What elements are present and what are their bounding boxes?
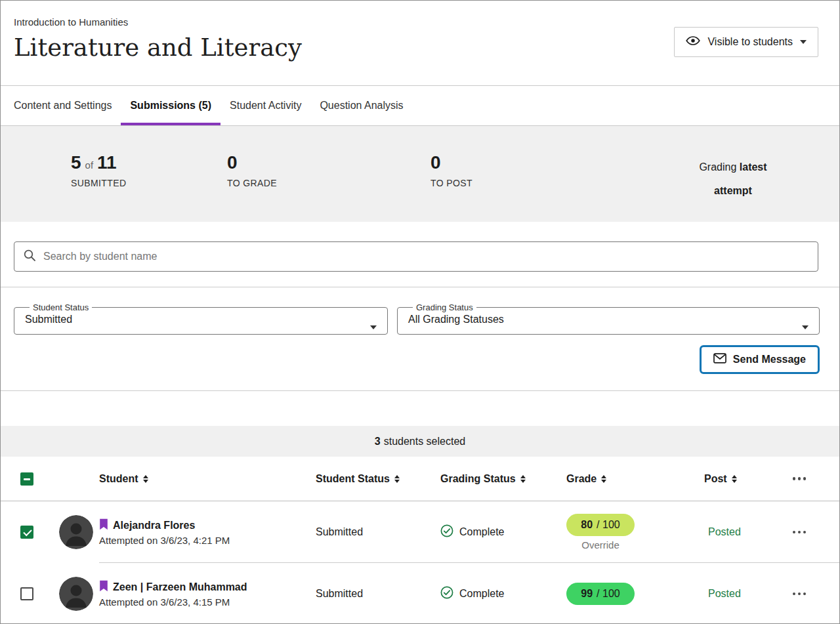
to-grade-value: 0 [227,154,238,172]
search-input[interactable] [42,250,809,263]
avatar [59,577,93,611]
sort-icon [520,475,526,483]
grade-pill[interactable]: 80 / 100 [566,514,635,536]
grade-max: / 100 [597,588,620,600]
tab-question-analysis[interactable]: Question Analysis [310,86,412,125]
post-status[interactable]: Posted [691,588,770,600]
stats-strip: 5 of 11 SUBMITTED 0 TO GRADE 0 TO POST G… [1,126,839,222]
grade-max: / 100 [597,519,620,531]
post-status[interactable]: Posted [691,526,770,538]
student-name[interactable]: Zeen | Farzeen Muhammad [99,580,316,594]
tab-submissions[interactable]: Submissions (5) [121,86,220,125]
assessment-grading-page: Introduction to Humanities Literature an… [0,0,840,624]
sort-icon [732,475,737,483]
send-message-row: Send Message [14,345,820,374]
grading-status-label: Complete [459,526,504,538]
to-post-label: TO POST [430,178,634,188]
sort-icon [601,475,606,483]
stat-submitted: 5 of 11 SUBMITTED [71,154,227,188]
tab-student-activity[interactable]: Student Activity [220,86,310,125]
student-name-label: Zeen | Farzeen Muhammad [113,581,247,593]
student-status-cell: Submitted [316,526,440,538]
student-cell: Zeen | Farzeen Muhammad Attempted on 3/6… [99,580,316,608]
row-overflow-menu[interactable] [789,527,810,538]
accommodation-flag-icon [99,518,108,533]
tab-content-and-settings[interactable]: Content and Settings [14,86,121,125]
grading-status-cell: Complete [440,586,566,602]
submitted-value: 5 [71,154,81,172]
grading-status-label: Grading Status [413,303,476,312]
submitted-of: of [85,159,94,171]
column-header-student[interactable]: Student [99,473,316,485]
chevron-down-icon [800,40,807,44]
student-status-label: Student Status [30,303,92,312]
filters-section: Student Status Submitted Grading Status … [1,287,839,391]
sort-icon [394,475,400,483]
eye-icon [686,33,700,51]
grade-value: 80 [581,519,593,531]
complete-check-icon [440,524,453,540]
tab-bar: Content and Settings Submissions (5) Stu… [1,86,839,126]
visibility-dropdown[interactable]: Visible to students [674,27,818,57]
selected-text: students selected [384,436,466,447]
row-checkbox[interactable] [20,526,33,539]
student-cell: Alejandra Flores Attempted on 3/6/23, 4:… [99,518,316,546]
submitted-label: SUBMITTED [71,178,227,188]
filter-row: Student Status Submitted Grading Status … [14,303,820,335]
column-label: Grading Status [440,473,516,485]
selected-count: 3 [375,436,381,447]
chevron-down-icon [802,325,808,329]
to-grade-label: TO GRADE [227,178,430,188]
student-name-label: Alejandra Flores [113,520,195,531]
student-name[interactable]: Alejandra Flores [99,518,316,533]
column-label: Student Status [316,473,390,485]
column-header-student-status[interactable]: Student Status [316,473,440,485]
accommodation-flag-icon [99,580,108,594]
to-post-value: 0 [430,154,441,172]
student-status-select[interactable]: Student Status Submitted [14,303,388,335]
grade-override-note: Override [581,539,620,551]
grade-pill[interactable]: 99 / 100 [566,583,635,605]
send-message-label: Send Message [733,354,806,365]
column-label: Grade [566,473,597,485]
header-titles: Introduction to Humanities Literature an… [14,16,302,85]
selection-summary: 3 students selected [1,426,839,457]
search-box [14,241,818,272]
page-title: Literature and Literacy [14,33,302,62]
spacer [1,391,839,426]
grading-prefix: Grading [699,161,736,173]
submitted-total: 11 [97,154,117,172]
grading-status-select[interactable]: Grading Status All Grading Statuses [397,303,820,335]
table-overflow-menu[interactable] [789,473,810,484]
column-header-grading-status[interactable]: Grading Status [440,473,566,485]
course-name: Introduction to Humanities [14,16,302,28]
send-message-button[interactable]: Send Message [700,345,820,374]
avatar [59,515,93,549]
grading-status-cell: Complete [440,524,566,540]
column-header-grade[interactable]: Grade [566,473,691,485]
column-header-post[interactable]: Post [691,473,770,485]
stat-to-grade: 0 TO GRADE [227,154,430,188]
attempt-info: Attempted on 3/6/23, 4:21 PM [99,535,316,546]
table-row: Alejandra Flores Attempted on 3/6/23, 4:… [1,501,839,563]
grade-cell: 80 / 100 Override [566,514,635,551]
row-checkbox[interactable] [20,587,33,600]
select-all-checkbox[interactable] [20,472,33,486]
visibility-label: Visible to students [707,36,793,48]
grading-status-label: Complete [459,588,504,600]
grading-status-value: All Grading Statuses [408,314,808,325]
attempt-info: Attempted on 3/6/23, 4:15 PM [99,596,316,608]
grade-value: 99 [581,588,593,600]
complete-check-icon [440,586,453,602]
grade-cell: 99 / 100 [566,583,635,605]
column-label: Student [99,473,138,485]
table-header-row: Student Student Status Grading Status Gr… [1,457,839,501]
search-section [1,222,839,287]
search-icon [23,249,36,264]
chevron-down-icon [370,325,377,329]
envelope-icon [713,353,726,366]
student-status-value: Submitted [25,314,377,325]
table-row: Zeen | Farzeen Muhammad Attempted on 3/6… [1,563,839,624]
student-status-cell: Submitted [316,588,440,600]
row-overflow-menu[interactable] [789,589,810,600]
